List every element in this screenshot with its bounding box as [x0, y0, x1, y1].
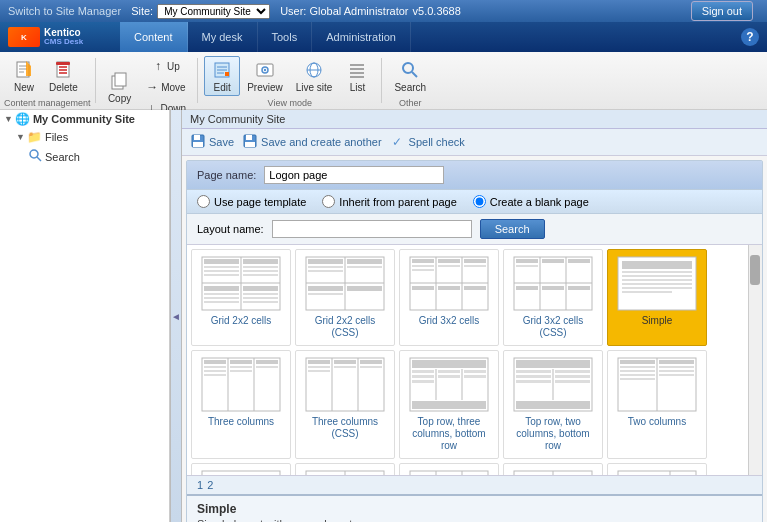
desc-zone-link[interactable]: zone [355, 518, 379, 522]
radio-blank-input[interactable] [473, 195, 486, 208]
svg-rect-109 [230, 366, 252, 368]
toolbar-group-copymove: Copy ↑ Up → Move ↓ Down [100, 54, 194, 107]
move-button[interactable]: → Move [139, 77, 192, 97]
svg-rect-148 [620, 366, 655, 368]
sign-out-button[interactable]: Sign out [691, 1, 753, 21]
spell-check-link[interactable]: ✓ Spell check [390, 133, 465, 151]
svg-rect-67 [347, 286, 382, 291]
layout-thumb-r3-4 [513, 470, 593, 475]
sidebar-item-search[interactable]: Search [0, 146, 169, 167]
page-1-link[interactable]: 1 [197, 479, 203, 491]
breadcrumb: My Community Site [182, 110, 767, 129]
layout-item-r3-4[interactable] [503, 463, 603, 475]
layout-item-r3-3[interactable] [399, 463, 499, 475]
livesite-button[interactable]: Live site [290, 56, 339, 96]
list-button[interactable]: List [339, 56, 375, 96]
help-icon[interactable]: ? [741, 28, 759, 46]
svg-line-30 [37, 157, 41, 161]
layout-thumb-grid2x2css [305, 256, 385, 311]
svg-rect-35 [246, 135, 252, 140]
layout-thumb-threecol [201, 357, 281, 412]
save-create-label: Save and create another [261, 136, 381, 148]
save-create-link[interactable]: Save and create another [242, 133, 381, 151]
svg-rect-106 [204, 370, 226, 372]
svg-rect-47 [243, 270, 278, 272]
svg-rect-65 [308, 286, 343, 291]
svg-rect-136 [516, 360, 590, 368]
layout-item-twocol[interactable]: Two columns [607, 350, 707, 459]
list-icon [346, 59, 368, 81]
svg-rect-150 [620, 374, 655, 376]
layout-item-grid2x2[interactable]: Grid 2x2 cells [191, 249, 291, 346]
page-name-input[interactable] [264, 166, 444, 184]
svg-rect-63 [347, 259, 382, 264]
search-toolbar-label: Search [394, 82, 426, 93]
search-toolbar-button[interactable]: Search [388, 56, 432, 96]
switch-site-link[interactable]: Switch to Site Manager [8, 5, 121, 17]
layout-item-grid2x2css[interactable]: Grid 2x2 cells (CSS) [295, 249, 395, 346]
svg-rect-107 [204, 374, 226, 376]
layout-item-threecolcss[interactable]: Three columns (CSS) [295, 350, 395, 459]
new-button[interactable]: New [6, 56, 42, 96]
layout-search-button[interactable]: Search [480, 219, 545, 239]
svg-rect-80 [438, 286, 460, 290]
layout-item-r3-5[interactable] [607, 463, 707, 475]
sidebar-item-root[interactable]: ▼ 🌐 My Community Site [0, 110, 169, 128]
sidebar-collapse-handle[interactable]: ◄ [170, 110, 182, 522]
layout-item-topthreebottom[interactable]: Top row, three columns, bottom row [399, 350, 499, 459]
svg-point-27 [403, 63, 413, 73]
svg-rect-104 [204, 360, 226, 364]
radio-inherit[interactable]: Inherit from parent page [322, 195, 456, 208]
svg-rect-149 [620, 370, 655, 372]
svg-rect-74 [412, 269, 434, 271]
layout-item-simple[interactable]: Simple [607, 249, 707, 346]
svg-rect-32 [194, 135, 200, 140]
copy-button[interactable]: Copy [102, 67, 138, 107]
svg-rect-100 [622, 291, 672, 293]
svg-rect-154 [659, 370, 694, 372]
svg-rect-64 [347, 266, 382, 268]
edit-button[interactable]: Edit [204, 56, 240, 96]
layout-search-row: Layout name: Search [187, 214, 762, 245]
sidebar-item-files[interactable]: ▼ 📁 Files [0, 128, 169, 146]
layout-thumb-simple [617, 256, 697, 311]
nav-tab-tools[interactable]: Tools [258, 22, 313, 52]
svg-rect-72 [412, 259, 434, 263]
site-selector[interactable]: My Community Site [157, 4, 270, 19]
nav-tab-content[interactable]: Content [120, 22, 188, 52]
layout-item-r3-2[interactable] [295, 463, 395, 475]
up-button[interactable]: ↑ Up [139, 56, 192, 76]
layout-item-grid3x2css[interactable]: Grid 3x2 cells (CSS) [503, 249, 603, 346]
layout-item-toptwobottom[interactable]: Top row, two columns, bottom row [503, 350, 603, 459]
svg-rect-55 [243, 297, 278, 299]
scrollbar-track[interactable] [748, 245, 762, 475]
layout-item-grid3x2[interactable]: Grid 3x2 cells [399, 249, 499, 346]
radio-use-template[interactable]: Use page template [197, 195, 306, 208]
svg-rect-130 [438, 370, 460, 373]
layout-label-threecolcss: Three columns (CSS) [300, 416, 390, 440]
list-label: List [350, 82, 366, 93]
move-group: ↑ Up → Move ↓ Down [139, 56, 192, 118]
layout-item-threecol[interactable]: Three columns [191, 350, 291, 459]
layout-search-input[interactable] [272, 220, 472, 238]
layout-row-2: Three columns Three columns (CSS) [191, 350, 758, 459]
svg-rect-134 [412, 401, 486, 409]
nav-tab-administration[interactable]: Administration [312, 22, 411, 52]
layout-item-r3-1[interactable] [191, 463, 291, 475]
radio-inherit-input[interactable] [322, 195, 335, 208]
preview-button[interactable]: Preview [241, 56, 289, 96]
desc-text: Simple layout with one web part zone. [197, 518, 752, 522]
svg-rect-101 [202, 358, 280, 411]
svg-rect-121 [360, 360, 382, 364]
page-2-link[interactable]: 2 [207, 479, 213, 491]
delete-button[interactable]: Delete [43, 56, 84, 96]
top-bar: Switch to Site Manager Site: My Communit… [0, 0, 767, 22]
files-label: Files [45, 131, 68, 143]
root-label: My Community Site [33, 113, 135, 125]
radio-use-template-input[interactable] [197, 195, 210, 208]
save-link[interactable]: Save [190, 133, 234, 151]
scrollbar-thumb[interactable] [750, 255, 760, 285]
radio-blank[interactable]: Create a blank page [473, 195, 589, 208]
nav-tab-mydesk[interactable]: My desk [188, 22, 258, 52]
spell-check-icon: ✓ [390, 133, 406, 151]
